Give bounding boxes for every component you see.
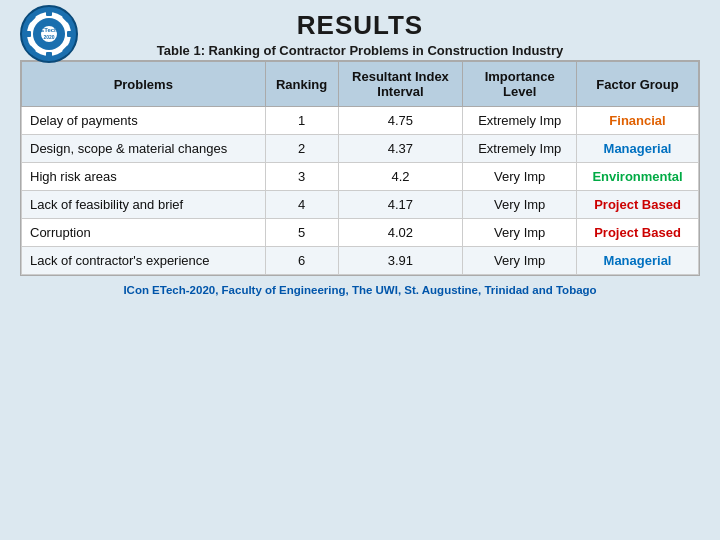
cell-index: 4.02 bbox=[338, 219, 463, 247]
cell-factor: Managerial bbox=[577, 247, 699, 275]
table-header-row: Problems Ranking Resultant IndexInterval… bbox=[22, 62, 699, 107]
cell-index: 4.2 bbox=[338, 163, 463, 191]
svg-text:ICon: ICon bbox=[42, 20, 56, 26]
col-ranking: Ranking bbox=[265, 62, 338, 107]
table-row: Delay of payments14.75Extremely ImpFinan… bbox=[22, 107, 699, 135]
cell-ranking: 4 bbox=[265, 191, 338, 219]
cell-importance: Very Imp bbox=[463, 163, 577, 191]
cell-importance: Very Imp bbox=[463, 219, 577, 247]
svg-rect-6 bbox=[67, 31, 75, 37]
cell-factor: Financial bbox=[577, 107, 699, 135]
cell-problem: Design, scope & material changes bbox=[22, 135, 266, 163]
logo: ICon ETech 2020 bbox=[20, 5, 78, 67]
cell-importance: Extremely Imp bbox=[463, 107, 577, 135]
page-title: RESULTS bbox=[297, 10, 423, 41]
table-row: Corruption54.02Very ImpProject Based bbox=[22, 219, 699, 247]
col-problems: Problems bbox=[22, 62, 266, 107]
cell-factor: Project Based bbox=[577, 191, 699, 219]
table-row: Lack of contractor's experience63.91Very… bbox=[22, 247, 699, 275]
results-table-container: Problems Ranking Resultant IndexInterval… bbox=[20, 60, 700, 276]
cell-ranking: 6 bbox=[265, 247, 338, 275]
cell-problem: Lack of contractor's experience bbox=[22, 247, 266, 275]
cell-ranking: 2 bbox=[265, 135, 338, 163]
svg-rect-4 bbox=[46, 52, 52, 60]
header-row: ICon ETech 2020 RESULTS Table 1: Ranking… bbox=[20, 10, 700, 58]
cell-ranking: 1 bbox=[265, 107, 338, 135]
col-factor: Factor Group bbox=[577, 62, 699, 107]
results-table: Problems Ranking Resultant IndexInterval… bbox=[21, 61, 699, 275]
cell-problem: High risk areas bbox=[22, 163, 266, 191]
col-importance: ImportanceLevel bbox=[463, 62, 577, 107]
cell-importance: Extremely Imp bbox=[463, 135, 577, 163]
cell-index: 3.91 bbox=[338, 247, 463, 275]
page: ICon ETech 2020 RESULTS Table 1: Ranking… bbox=[0, 0, 720, 540]
cell-index: 4.75 bbox=[338, 107, 463, 135]
cell-index: 4.17 bbox=[338, 191, 463, 219]
cell-ranking: 3 bbox=[265, 163, 338, 191]
cell-importance: Very Imp bbox=[463, 247, 577, 275]
table-row: High risk areas34.2Very ImpEnvironmental bbox=[22, 163, 699, 191]
cell-factor: Environmental bbox=[577, 163, 699, 191]
table-row: Lack of feasibility and brief44.17Very I… bbox=[22, 191, 699, 219]
cell-factor: Managerial bbox=[577, 135, 699, 163]
svg-rect-3 bbox=[46, 8, 52, 16]
table-row: Design, scope & material changes24.37Ext… bbox=[22, 135, 699, 163]
cell-factor: Project Based bbox=[577, 219, 699, 247]
footer-text: ICon ETech-2020, Faculty of Engineering,… bbox=[123, 284, 596, 296]
cell-problem: Delay of payments bbox=[22, 107, 266, 135]
cell-ranking: 5 bbox=[265, 219, 338, 247]
svg-rect-5 bbox=[23, 31, 31, 37]
svg-text:2020: 2020 bbox=[43, 34, 54, 40]
cell-importance: Very Imp bbox=[463, 191, 577, 219]
svg-text:ETech: ETech bbox=[40, 27, 58, 33]
cell-problem: Corruption bbox=[22, 219, 266, 247]
cell-problem: Lack of feasibility and brief bbox=[22, 191, 266, 219]
page-subtitle: Table 1: Ranking of Contractor Problems … bbox=[157, 43, 563, 58]
cell-index: 4.37 bbox=[338, 135, 463, 163]
col-index: Resultant IndexInterval bbox=[338, 62, 463, 107]
